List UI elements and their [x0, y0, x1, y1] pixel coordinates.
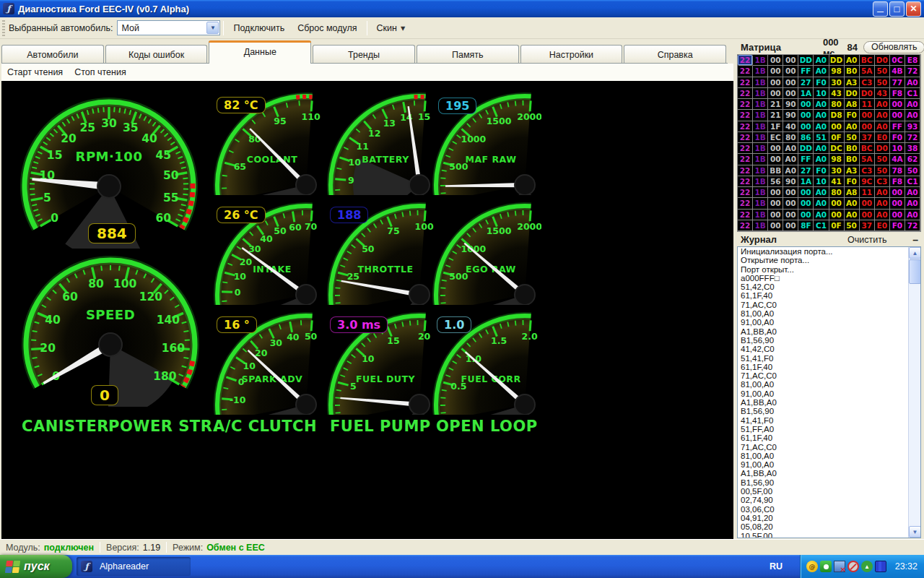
matrix-cell[interactable]: F8 — [890, 176, 905, 187]
matrix-cell[interactable]: A8 — [845, 99, 860, 110]
matrix-cell[interactable]: DC — [829, 143, 845, 154]
matrix-cell[interactable]: EC — [768, 132, 783, 143]
matrix-cell[interactable]: 50 — [875, 66, 890, 77]
matrix-cell[interactable]: BB — [768, 165, 783, 176]
matrix-cell[interactable]: E0 — [875, 132, 890, 143]
scroll-down-icon[interactable] — [909, 526, 921, 538]
matrix-cell[interactable]: 62 — [905, 154, 920, 165]
matrix-cell[interactable]: 90 — [783, 99, 798, 110]
matrix-cell[interactable]: 22 — [738, 110, 753, 121]
matrix-cell[interactable]: 1B — [753, 132, 768, 143]
matrix-cell[interactable]: 22 — [738, 77, 753, 88]
matrix-cell[interactable]: 1F — [768, 121, 783, 132]
matrix-cell[interactable]: 00 — [783, 55, 798, 66]
matrix-cell[interactable]: 98 — [829, 66, 845, 77]
matrix-cell[interactable]: 1B — [753, 154, 768, 165]
matrix-cell[interactable]: BC — [860, 55, 875, 66]
matrix-cell[interactable]: 1B — [753, 77, 768, 88]
matrix-cell[interactable]: 10 — [890, 143, 905, 154]
matrix-cell[interactable]: 37 — [860, 132, 875, 143]
matrix-cell[interactable]: 00 — [890, 187, 905, 198]
matrix-cell[interactable]: A0 — [875, 121, 890, 132]
matrix-cell[interactable]: 22 — [738, 198, 753, 209]
matrix-cell[interactable]: A0 — [783, 165, 798, 176]
usb-eject-icon[interactable] — [861, 561, 873, 572]
matrix-cell[interactable]: B0 — [845, 154, 860, 165]
tab-memory[interactable]: Память — [417, 45, 519, 64]
matrix-cell[interactable]: C3 — [860, 165, 875, 176]
matrix-cell[interactable]: 00 — [768, 77, 783, 88]
matrix-cell[interactable]: A0 — [905, 210, 920, 220]
matrix-cell[interactable]: 00 — [798, 198, 814, 209]
matrix-cell[interactable]: 51 — [814, 132, 829, 143]
matrix-cell[interactable]: 4A — [890, 154, 905, 165]
matrix-cell[interactable]: 9C — [860, 176, 875, 187]
matrix-cell[interactable]: 72 — [905, 220, 920, 231]
matrix-cell[interactable]: A0 — [845, 198, 860, 209]
matrix-cell[interactable]: 22 — [738, 165, 753, 176]
matrix-cell[interactable]: 43 — [875, 88, 890, 99]
matrix-cell[interactable]: B0 — [845, 66, 860, 77]
matrix-cell[interactable]: 1B — [753, 176, 768, 187]
matrix-cell[interactable]: 0F — [829, 132, 845, 143]
matrix-cell[interactable]: D0 — [875, 143, 890, 154]
matrix-cell[interactable]: C1 — [905, 176, 920, 187]
matrix-cell[interactable]: A0 — [845, 121, 860, 132]
matrix-cell[interactable]: A0 — [905, 187, 920, 198]
matrix-cell[interactable]: 00 — [768, 66, 783, 77]
matrix-cell[interactable]: 50 — [875, 77, 890, 88]
close-button[interactable] — [906, 1, 921, 17]
matrix-cell[interactable]: 00 — [798, 99, 814, 110]
taskbar-app-button[interactable]: Alphareader — [77, 557, 191, 576]
matrix-cell[interactable]: 98 — [829, 154, 845, 165]
matrix-cell[interactable]: 27 — [798, 165, 814, 176]
tab-help[interactable]: Справка — [624, 45, 726, 64]
matrix-cell[interactable]: F0 — [845, 110, 860, 121]
matrix-cell[interactable]: 1B — [753, 110, 768, 121]
matrix-cell[interactable]: A0 — [814, 187, 829, 198]
matrix-cell[interactable]: 50 — [905, 165, 920, 176]
matrix-cell[interactable]: 22 — [738, 132, 753, 143]
matrix-cell[interactable]: 22 — [738, 66, 753, 77]
matrix-cell[interactable]: B0 — [845, 143, 860, 154]
matrix-cell[interactable]: 1B — [753, 210, 768, 220]
matrix-cell[interactable]: 80 — [829, 187, 845, 198]
matrix-cell[interactable]: 77 — [890, 77, 905, 88]
matrix-cell[interactable]: 1B — [753, 143, 768, 154]
matrix-cell[interactable]: BC — [860, 143, 875, 154]
matrix-cell[interactable]: 00 — [829, 210, 845, 220]
matrix-cell[interactable]: A3 — [845, 77, 860, 88]
matrix-cell[interactable]: 50 — [875, 154, 890, 165]
matrix-cell[interactable]: 22 — [738, 121, 753, 132]
antivirus-icon[interactable] — [820, 561, 832, 572]
matrix-cell[interactable]: 30 — [829, 165, 845, 176]
matrix-cell[interactable]: 00 — [783, 77, 798, 88]
matrix-cell[interactable]: 00 — [890, 210, 905, 220]
matrix-cell[interactable]: A0 — [783, 143, 798, 154]
matrix-cell[interactable]: A0 — [875, 110, 890, 121]
matrix-cell[interactable]: 00 — [860, 198, 875, 209]
reset-module-button[interactable]: Сброс модуля — [291, 21, 363, 35]
matrix-cell[interactable]: 86 — [798, 132, 814, 143]
matrix-cell[interactable]: 1B — [753, 55, 768, 66]
matrix-cell[interactable]: 8F — [798, 220, 814, 231]
matrix-cell[interactable]: 00 — [890, 110, 905, 121]
matrix-cell[interactable]: A0 — [845, 55, 860, 66]
matrix-cell[interactable]: 21 — [768, 99, 783, 110]
matrix-cell[interactable]: C3 — [875, 176, 890, 187]
matrix-cell[interactable]: F0 — [845, 176, 860, 187]
matrix-cell[interactable]: A0 — [814, 55, 829, 66]
matrix-cell[interactable]: A0 — [814, 143, 829, 154]
messenger-icon[interactable] — [806, 561, 818, 572]
matrix-cell[interactable]: 00 — [798, 110, 814, 121]
matrix-cell[interactable]: 0C — [890, 55, 905, 66]
connect-button[interactable]: Подключить — [227, 21, 291, 35]
matrix-cell[interactable]: 00 — [860, 110, 875, 121]
matrix-cell[interactable]: A0 — [905, 77, 920, 88]
matrix-cell[interactable]: A0 — [905, 198, 920, 209]
matrix-cell[interactable]: C1 — [905, 88, 920, 99]
matrix-cell[interactable]: A0 — [814, 99, 829, 110]
matrix-cell[interactable]: 00 — [890, 198, 905, 209]
combo-dropdown-icon[interactable] — [206, 22, 219, 34]
matrix-cell[interactable]: 5A — [860, 66, 875, 77]
